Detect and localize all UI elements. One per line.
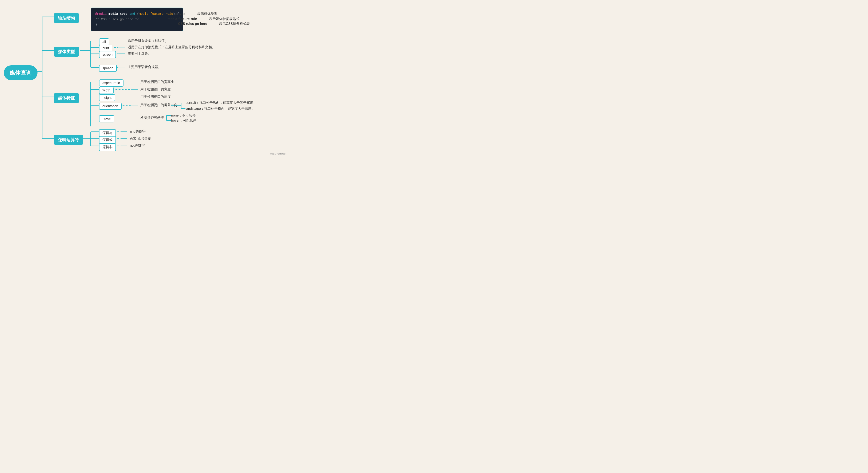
- code-line2: /* CSS rules go here */: [95, 17, 179, 22]
- syntax-label-css-rules: CSS rules go here —— 表示CSS层叠样式表: [178, 22, 250, 26]
- syntax-label-media-type: media-type —— 表示媒体类型: [167, 12, 217, 16]
- code-line1: @media media-type and (media-feature-rul…: [95, 11, 179, 17]
- leaf-logical-or: 逻辑或: [99, 136, 116, 144]
- label-aspect-ratio: —— 用于检测视口的宽高比: [131, 80, 174, 84]
- leaf-print: print: [99, 45, 112, 52]
- leaf-orientation: orientation: [99, 103, 122, 110]
- label-logical-not: —— not关键字: [121, 144, 145, 148]
- label-logical-or: —— 英文,逗号分割: [121, 136, 151, 141]
- branch-media-feature: 媒体特征: [54, 93, 79, 103]
- label-screen: —— 主要用于屏幕。: [118, 52, 151, 56]
- main-container: 媒体查询 语法结构 @media media-type and (media-f…: [0, 0, 289, 158]
- leaf-screen: screen: [99, 51, 116, 58]
- label-speech: —— 主要用于语音合成器。: [118, 65, 161, 69]
- leaf-width: width: [99, 87, 114, 94]
- leaf-speech: speech: [99, 65, 117, 72]
- label-width: —— 用于检测视口的宽度: [131, 87, 171, 92]
- code-and: and: [129, 12, 135, 16]
- leaf-logical-and: 逻辑与: [99, 129, 116, 137]
- syntax-label-feature-rule: media-feature-rule —— 表示媒体特征表达式: [167, 17, 239, 21]
- branch-media-type: 媒体类型: [54, 47, 79, 57]
- label-hover: —— 检测是否可悬浮: [131, 116, 164, 120]
- leaf-aspect-ratio: aspect-ratio: [99, 80, 123, 87]
- branch-syntax: 语法结构: [54, 13, 79, 23]
- label-portrait: portrait：视口处于纵向，即高度大于等于宽度。: [185, 101, 257, 105]
- label-height: —— 用于检测视口的高度: [131, 95, 171, 99]
- branch-logical-op: 逻辑运算符: [54, 135, 83, 145]
- code-line3: }: [95, 22, 179, 28]
- code-paren-open: (: [137, 12, 139, 16]
- label-orientation: —— 用于检测视口的屏幕方向: [131, 103, 178, 107]
- leaf-all: all: [99, 38, 109, 45]
- label-hover-none: none：不可悬停: [171, 113, 195, 118]
- code-at-media: @media: [95, 12, 106, 16]
- label-landscape: landscape：视口处于横向，即宽度大于高度。: [185, 106, 255, 111]
- code-media-type: media-type: [108, 12, 129, 16]
- label-logical-and: —— and关键字: [121, 129, 146, 134]
- leaf-logical-not: 逻辑非: [99, 143, 116, 151]
- root-node: 媒体查询: [4, 65, 37, 80]
- label-hover-hover: hover：可以悬停: [171, 118, 196, 123]
- leaf-hover: hover: [99, 115, 114, 122]
- label-all: —— 适用于所有设备（默认值）: [118, 39, 168, 43]
- label-print: —— 适用于在打印预览模式下在屏幕上查看的分页材料和文档。: [118, 45, 215, 50]
- leaf-height: height: [99, 94, 115, 101]
